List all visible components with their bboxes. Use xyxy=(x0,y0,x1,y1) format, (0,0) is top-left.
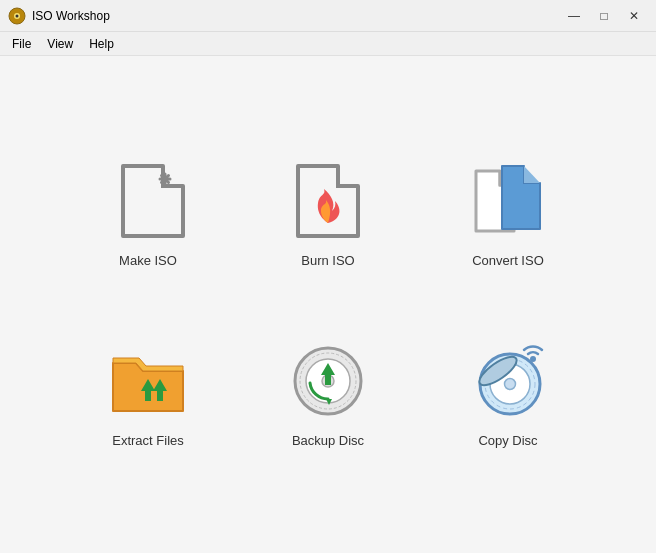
svg-marker-3 xyxy=(123,166,183,236)
title-controls: — □ ✕ xyxy=(560,6,648,26)
convert-iso-icon xyxy=(468,161,548,241)
svg-point-22 xyxy=(505,379,516,390)
make-iso-button[interactable]: Make ISO xyxy=(68,135,228,295)
menu-help[interactable]: Help xyxy=(81,35,122,53)
burn-iso-icon xyxy=(288,161,368,241)
title-bar: ISO Workshop — □ ✕ xyxy=(0,0,656,32)
convert-iso-label: Convert ISO xyxy=(472,253,544,268)
main-content: Make ISO Burn ISO xyxy=(0,56,656,553)
make-iso-icon xyxy=(108,161,188,241)
app-title: ISO Workshop xyxy=(32,9,110,23)
icon-grid: Make ISO Burn ISO xyxy=(48,115,608,495)
menu-file[interactable]: File xyxy=(4,35,39,53)
maximize-button[interactable]: □ xyxy=(590,6,618,26)
svg-marker-11 xyxy=(524,166,540,183)
title-bar-left: ISO Workshop xyxy=(8,7,110,25)
extract-files-icon xyxy=(108,341,188,421)
minimize-button[interactable]: — xyxy=(560,6,588,26)
menu-bar: File View Help xyxy=(0,32,656,56)
burn-iso-label: Burn ISO xyxy=(301,253,354,268)
copy-disc-button[interactable]: Copy Disc xyxy=(428,315,588,475)
burn-iso-button[interactable]: Burn ISO xyxy=(248,135,408,295)
backup-disc-button[interactable]: Backup Disc xyxy=(248,315,408,475)
svg-marker-10 xyxy=(502,166,540,229)
menu-view[interactable]: View xyxy=(39,35,81,53)
copy-disc-label: Copy Disc xyxy=(478,433,537,448)
convert-iso-button[interactable]: Convert ISO xyxy=(428,135,588,295)
copy-disc-icon xyxy=(468,341,548,421)
backup-disc-label: Backup Disc xyxy=(292,433,364,448)
svg-point-25 xyxy=(530,356,536,362)
backup-disc-icon xyxy=(288,341,368,421)
svg-point-2 xyxy=(16,14,19,17)
app-icon xyxy=(8,7,26,25)
close-button[interactable]: ✕ xyxy=(620,6,648,26)
make-iso-label: Make ISO xyxy=(119,253,177,268)
extract-files-label: Extract Files xyxy=(112,433,184,448)
extract-files-button[interactable]: Extract Files xyxy=(68,315,228,475)
